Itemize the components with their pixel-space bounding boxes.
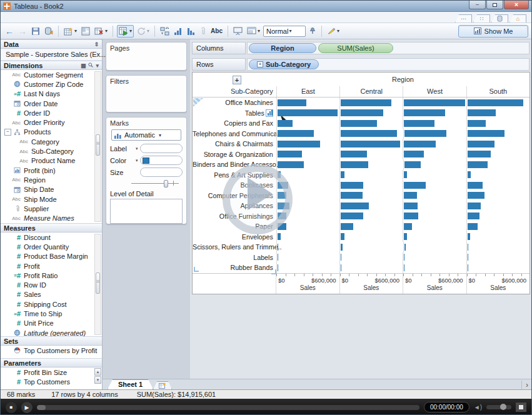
bar-mark[interactable] <box>404 212 418 219</box>
parameter-field[interactable]: # Top Customers <box>1 377 102 386</box>
bar-mark[interactable] <box>278 141 320 148</box>
sort-icon[interactable] <box>266 109 273 117</box>
bar-mark[interactable] <box>404 120 434 127</box>
seek-bar[interactable] <box>37 405 419 410</box>
slider-thumb[interactable] <box>164 180 168 188</box>
dimensions-menu-icon[interactable]: ▾ <box>96 62 99 69</box>
sort-descending-button[interactable] <box>186 26 197 37</box>
bar-mark[interactable] <box>404 202 418 209</box>
size-well[interactable] <box>140 168 183 177</box>
bar-mark[interactable] <box>404 141 436 148</box>
bar-mark[interactable] <box>278 109 338 116</box>
color-well[interactable] <box>140 156 183 165</box>
axis-panel[interactable]: $0$600,000Sales <box>276 274 339 294</box>
bar-mark[interactable] <box>278 120 293 127</box>
measure-field[interactable]: # Sales <box>1 290 102 299</box>
bar-mark[interactable] <box>404 223 412 230</box>
dimensions-scrollbar[interactable] <box>94 71 101 222</box>
measure-field[interactable]: # Unit Price <box>1 319 102 328</box>
row-label[interactable]: Chairs & Chairmats <box>193 139 276 149</box>
bar-mark[interactable] <box>404 182 425 189</box>
bar-mark[interactable] <box>468 202 481 209</box>
bar-mark[interactable] <box>341 151 367 158</box>
measure-field[interactable]: # Shipping Cost <box>1 299 102 309</box>
color-button[interactable]: Color <box>110 157 134 164</box>
bar-mark[interactable] <box>404 171 406 178</box>
bar-mark[interactable] <box>404 99 464 106</box>
presentation-dots-tab[interactable]: ⋯ <box>455 14 472 22</box>
restore-button[interactable] <box>486 1 503 9</box>
data-source-tab[interactable] <box>491 14 508 22</box>
column-header[interactable]: Central <box>339 86 403 97</box>
bar-mark[interactable] <box>404 161 421 168</box>
bar-mark[interactable] <box>341 233 344 240</box>
bar-mark[interactable] <box>341 109 383 116</box>
color-swatch[interactable] <box>143 158 149 164</box>
axis-panel[interactable]: $0$600,000Sales <box>403 274 466 294</box>
column-header[interactable]: South <box>466 86 529 97</box>
row-label[interactable]: Tables <box>193 108 276 119</box>
size-button[interactable]: Size <box>110 169 134 176</box>
bar-mark[interactable] <box>341 192 363 199</box>
set-field[interactable]: Top Customers by Profit <box>1 346 102 355</box>
rows-well[interactable]: + Sub-Category <box>247 58 529 71</box>
bar-mark[interactable] <box>468 130 505 137</box>
bar-mark[interactable] <box>404 233 407 240</box>
axis-panel[interactable]: $0$600,000Sales <box>339 274 403 294</box>
bar-mark[interactable] <box>278 161 304 168</box>
row-label[interactable]: Telephones and Communica.. <box>193 129 276 139</box>
delete-sheet-button[interactable]: ▾ <box>93 26 109 37</box>
dimension-field[interactable]: Order Date <box>1 99 102 108</box>
view-size-select[interactable]: Normal▾ <box>263 26 306 37</box>
bar-mark[interactable] <box>468 151 491 158</box>
measure-field[interactable]: Latitude (generated) <box>1 328 102 336</box>
bar-mark[interactable] <box>341 171 344 178</box>
bar-mark[interactable] <box>278 244 278 251</box>
show-mark-labels-button[interactable]: Abc <box>209 26 224 36</box>
minimize-button[interactable]: – <box>469 1 486 9</box>
home-tab[interactable]: ⌂ <box>509 14 526 22</box>
view-as-grid-icon[interactable]: ▦ <box>81 62 86 69</box>
bar-mark[interactable] <box>341 212 363 219</box>
bar-mark[interactable] <box>404 192 417 199</box>
level-of-detail-shelf[interactable] <box>110 199 183 224</box>
dimension-field[interactable]: Abc Measure Names <box>1 213 102 222</box>
row-label[interactable]: Scissors, Rulers and Trimme.. <box>193 242 276 252</box>
new-dashboard-button[interactable] <box>80 26 91 37</box>
row-label[interactable]: Copiers and Fax <box>193 118 276 129</box>
measure-field[interactable]: # Order Quantity <box>1 242 102 251</box>
dimension-field[interactable]: Abc Order Priority <box>1 118 102 127</box>
bar-mark[interactable] <box>341 244 343 251</box>
measure-field[interactable]: =# Profit Ratio <box>1 271 102 280</box>
size-slider[interactable] <box>110 178 183 188</box>
dimension-field[interactable]: Abc Customer Segment <box>1 70 102 79</box>
measure-field[interactable]: =# Time to Ship <box>1 309 102 318</box>
row-label[interactable]: Storage & Organization <box>193 149 276 160</box>
measure-field[interactable]: # Product Base Margin <box>1 252 102 261</box>
bar-mark[interactable] <box>278 151 302 158</box>
measures-scrollbar[interactable] <box>94 234 101 335</box>
bar-mark[interactable] <box>278 130 314 137</box>
dimension-field[interactable]: Supplier <box>1 204 102 213</box>
close-button[interactable]: × <box>504 1 529 9</box>
highlight-button[interactable]: ▾ <box>326 26 341 36</box>
volume-slider[interactable] <box>486 405 511 409</box>
row-label[interactable]: Labels <box>193 252 276 263</box>
resize-handle[interactable] <box>194 267 199 272</box>
pages-card[interactable]: Pages <box>106 42 187 71</box>
show-me-button[interactable]: Show Me <box>458 25 528 38</box>
dimension-field[interactable]: Abc Region <box>1 175 102 184</box>
presentation-mode-button[interactable] <box>232 26 244 36</box>
mark-type-select[interactable]: Automatic ▾ <box>111 129 181 141</box>
dimension-field[interactable]: Customer Zip Code <box>1 79 102 89</box>
label-button[interactable]: Label <box>110 145 134 152</box>
fit-selector-button[interactable]: ▾ <box>246 26 261 36</box>
dimension-field[interactable]: Products <box>1 128 102 137</box>
play-button[interactable]: ▶ <box>21 402 33 413</box>
row-field-header[interactable]: Sub-Category <box>193 86 276 97</box>
dimension-field[interactable]: Abc Ship Mode <box>1 194 102 204</box>
find-field-icon[interactable] <box>88 62 93 69</box>
swap-axes-button[interactable] <box>159 26 171 37</box>
bar-mark[interactable] <box>341 141 400 148</box>
forward-button[interactable]: → <box>17 26 28 37</box>
